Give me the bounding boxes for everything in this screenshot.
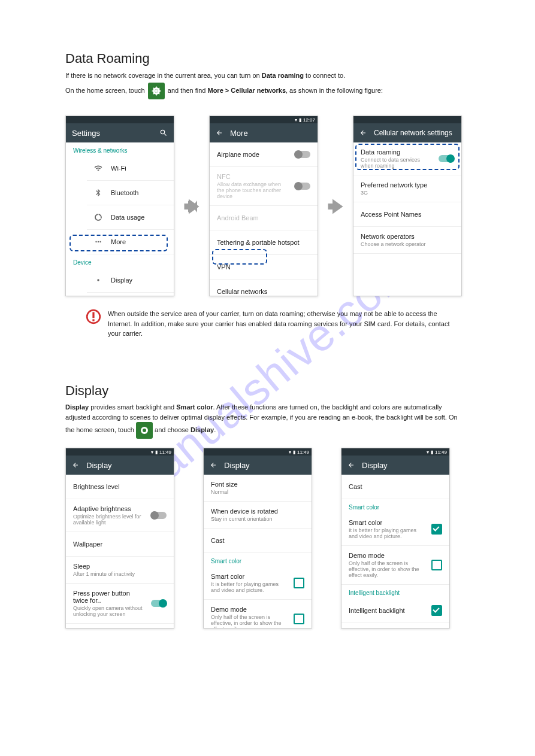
back-icon[interactable] [216,129,223,136]
row-display[interactable]: Display [87,268,174,293]
check-smart-color[interactable] [294,578,304,588]
wifi-icon [94,164,102,172]
toggle-power-twice[interactable] [151,600,167,607]
row-wifi[interactable]: Wi-Fi [87,156,174,181]
svg-rect-12 [92,319,94,321]
appbar-more: More [210,123,318,142]
row-net-ops[interactable]: Network operatorsChoose a network operat… [353,227,461,254]
svg-rect-11 [92,312,94,318]
para-dr2: On the home screen, touch and then find … [65,83,461,99]
row-bluetooth[interactable]: Bluetooth [87,181,174,205]
more-horiz-icon [94,238,102,246]
row-data-usage[interactable]: Data usage [87,205,174,230]
row-font-size[interactable]: Font sizeNormal [204,475,312,502]
row-cellular-networks[interactable]: Cellular networks [210,280,318,296]
statusbar: ▾▮11:49 [204,448,312,456]
appbar-display: Display [66,456,174,475]
para-dr1: If there is no network coverage in the c… [65,71,461,81]
screen-display-2: ▾▮11:49 Display Font sizeNormal When dev… [203,448,312,629]
settings-app-icon [148,83,165,99]
category-smart-color: Smart color [204,553,312,567]
back-icon[interactable] [347,462,355,469]
toggle-nfc [295,183,310,190]
display-icon [94,276,102,284]
row-tethering[interactable]: Tethering & portable hotspot [210,230,318,255]
back-icon[interactable] [72,462,79,469]
svg-point-14 [143,429,146,432]
caution-icon [86,309,101,324]
row-intelligent-backlight[interactable]: Intelligent backlight [341,599,449,623]
appbar-settings: Settings [66,123,174,142]
category-smart-color: Smart color [341,499,449,513]
screen-display-3: ▾▮11:49 Display Cast Smart color Smart c… [341,448,450,629]
heading-display: Display [65,383,108,399]
para-display: Display provides smart backlight and Sma… [65,402,461,439]
check-demo-1[interactable] [431,560,442,570]
screen-display-1: ▾▮11:49 Display Brightness level Adaptiv… [65,448,174,629]
row-power-twice[interactable]: Press power button twice for..Quickly op… [66,584,174,624]
row-demo-mode[interactable]: Demo modeOnly half of the screen is effe… [204,600,312,629]
svg-point-8 [99,241,101,242]
svg-point-7 [98,241,99,242]
row-airplane-mode[interactable]: Airplane mode [210,142,318,167]
category-backlight: Intelligent backlight [341,585,449,599]
appbar-title: Cellular network settings [374,129,452,137]
row-cast[interactable]: Cast [204,529,312,553]
settings-app-icon [136,422,153,439]
row-brightness[interactable]: Brightness level [66,475,174,499]
row-sleep[interactable]: SleepAfter 1 minute of inactivity [66,557,174,584]
row-apn[interactable]: Access Point Names [353,202,461,227]
row-smart-color[interactable]: Smart colorIt is better for playing game… [204,567,312,600]
appbar-title: More [230,129,248,138]
screen-more: ▾▮12:07 More Airplane mode NFCAllow data… [209,116,318,296]
check-demo[interactable] [294,614,304,624]
row-adaptive[interactable]: Adaptive brightnessOptimize brightness l… [66,499,174,532]
arrow-2 [327,195,344,218]
row-daydream[interactable]: Daydream [66,624,174,629]
screen-settings: Settings Wireless & networks Wi-Fi Bluet… [65,116,174,296]
check-smart-color[interactable] [431,524,442,535]
row-cast[interactable]: Cast [341,475,449,499]
row-smart-color[interactable]: Smart colorIt is better for playing game… [341,513,449,546]
appbar-display: Display [204,456,312,475]
row-wallpaper[interactable]: Wallpaper [66,532,174,557]
category-device: Device [66,254,174,268]
statusbar [353,116,461,123]
toggle-adaptive[interactable] [151,512,167,519]
back-icon[interactable] [359,129,367,136]
statusbar: ▾▮11:49 [66,448,174,456]
statusbar: ▾▮11:49 [341,448,449,456]
row-demo-mode-2[interactable]: Demo modeOnly half of the screen is effe… [341,623,449,629]
category-wireless: Wireless & networks [66,142,174,156]
row-demo-mode-1[interactable]: Demo modeOnly half of the screen is effe… [341,546,449,585]
appbar-display: Display [341,456,449,475]
screen-cellular: Cellular network settings Data roamingCo… [353,116,462,296]
row-pref-net[interactable]: Preferred network type3G [353,175,461,202]
svg-point-9 [97,279,99,281]
note-roaming: When outside the service area of your ca… [108,309,461,339]
back-icon[interactable] [210,462,217,469]
data-usage-icon [94,213,102,221]
toggle-airplane[interactable] [295,151,310,158]
appbar-title: Settings [72,129,100,138]
row-more[interactable]: More [87,230,174,254]
row-nfc: NFCAllow data exchange when the phone to… [210,167,318,206]
statusbar [66,116,174,123]
search-icon[interactable] [159,129,168,137]
arrow-1 [183,195,201,218]
row-rotate[interactable]: When device is rotatedStay in current or… [204,502,312,529]
appbar-cellular: Cellular network settings [353,123,461,142]
toggle-data-roaming[interactable] [439,155,454,162]
check-backlight[interactable] [431,605,442,616]
heading-data-roaming: Data Roaming [65,51,150,66]
bluetooth-icon [94,189,102,197]
row-android-beam: Android Beam [210,206,318,230]
row-data-roaming[interactable]: Data roamingConnect to data services whe… [353,142,461,175]
row-vpn[interactable]: VPN [210,255,318,280]
statusbar: ▾▮12:07 [210,116,318,123]
svg-point-6 [95,241,96,242]
